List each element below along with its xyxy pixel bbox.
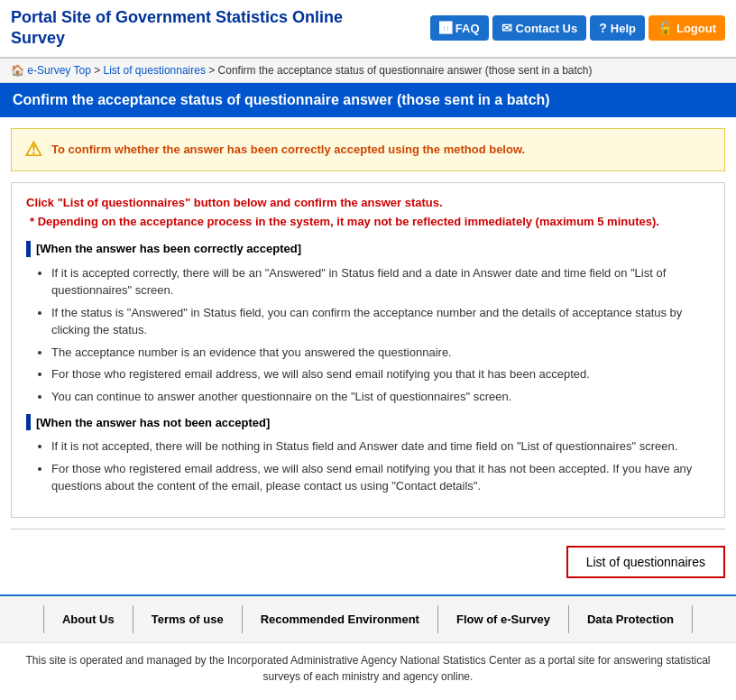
list-item: The acceptance number is an evidence tha… (51, 344, 710, 362)
faq-button[interactable]: 🅰 FAQ (430, 15, 489, 41)
header: Portal Site of Government Statistics Onl… (0, 0, 736, 59)
logout-button[interactable]: 🔓 Logout (649, 15, 725, 41)
logout-label: Logout (676, 22, 716, 35)
footer-data-protection[interactable]: Data Protection (569, 605, 693, 633)
list-item: If it is accepted correctly, there will … (51, 264, 710, 299)
list-item: For those who registered email address, … (51, 365, 710, 383)
content-note: * Depending on the acceptance process in… (26, 215, 710, 228)
footer-copyright: This site is operated and managed by the… (0, 642, 736, 694)
breadcrumb: 🏠 e-Survey Top > List of questionnaires … (0, 59, 736, 83)
breadcrumb-current: Confirm the acceptance status of questio… (218, 64, 593, 77)
button-row: List of questionnaires (11, 540, 725, 584)
help-icon: ? (599, 21, 607, 35)
footer-recommended-environment[interactable]: Recommended Environment (243, 605, 438, 633)
faq-icon: 🅰 (439, 21, 452, 35)
header-navigation: 🅰 FAQ ✉ Contact Us ? Help 🔓 Logout (430, 15, 725, 41)
section2-bar (26, 414, 31, 430)
list-item: For those who registered email address, … (51, 460, 710, 495)
help-button[interactable]: ? Help (590, 15, 645, 41)
section1-bar (26, 241, 31, 257)
faq-label: FAQ (455, 22, 480, 35)
breadcrumb-list-link[interactable]: List of questionnaires (104, 64, 206, 77)
footer-flow-of-esurvey[interactable]: Flow of e-Survey (438, 605, 569, 633)
list-of-questionnaires-button[interactable]: List of questionnaires (566, 546, 725, 578)
contact-label: Contact Us (516, 22, 578, 35)
list-item: If it is not accepted, there will be not… (51, 438, 710, 456)
footer-navigation: About Us Terms of use Recommended Enviro… (0, 594, 736, 642)
content-intro: Click "List of questionnaires" button be… (26, 196, 710, 209)
breadcrumb-home-link[interactable]: e-Survey Top (27, 64, 90, 77)
section2-heading: [When the answer has not been accepted] (26, 414, 710, 430)
section1-title: [When the answer has been correctly acce… (36, 242, 301, 255)
list-item: You can continue to answer another quest… (51, 388, 710, 406)
section1-list: If it is accepted correctly, there will … (26, 264, 710, 406)
footer-terms-of-use[interactable]: Terms of use (133, 605, 243, 633)
content-box: Click "List of questionnaires" button be… (11, 182, 725, 518)
list-item: If the status is "Answered" in Status fi… (51, 304, 710, 339)
page-heading: Confirm the acceptance status of questio… (0, 83, 736, 117)
section2-list: If it is not accepted, there will be not… (26, 438, 710, 495)
contact-button[interactable]: ✉ Contact Us (492, 15, 587, 41)
section1-heading: [When the answer has been correctly acce… (26, 241, 710, 257)
help-label: Help (611, 22, 636, 35)
footer-about-us[interactable]: About Us (43, 605, 133, 633)
logout-icon: 🔓 (658, 21, 673, 35)
breadcrumb-home-icon: 🏠 (11, 64, 24, 77)
mail-icon: ✉ (501, 21, 512, 35)
warning-icon: ⚠ (24, 138, 42, 161)
warning-box: ⚠ To confirm whether the answer has been… (11, 128, 725, 171)
site-title: Portal Site of Government Statistics Onl… (11, 7, 372, 50)
section2-title: [When the answer has not been accepted] (36, 416, 270, 429)
warning-text: To confirm whether the answer has been c… (51, 143, 525, 156)
divider (11, 529, 725, 530)
